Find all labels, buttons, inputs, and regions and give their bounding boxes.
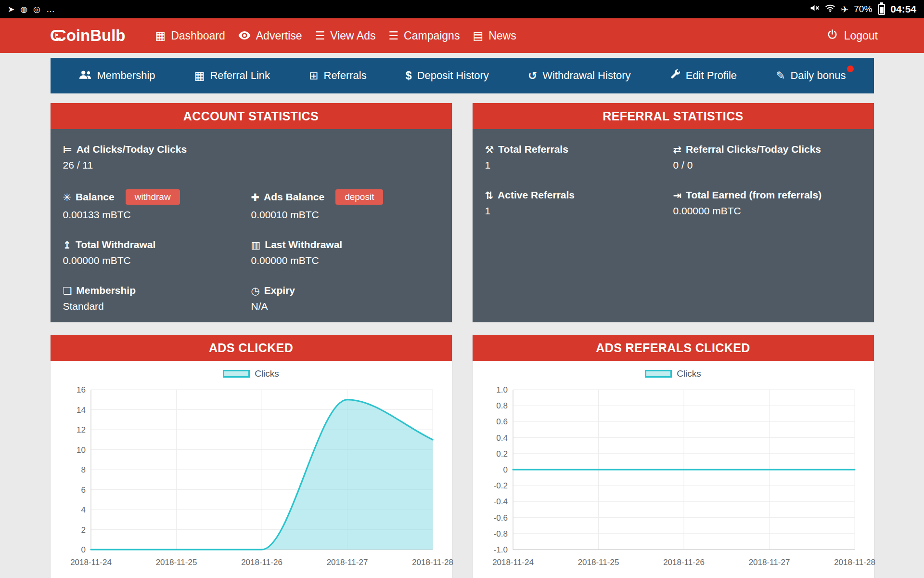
svg-text:0.6: 0.6 [496, 417, 508, 426]
svg-text:6: 6 [81, 486, 85, 495]
withdraw-button[interactable]: withdraw [126, 189, 180, 205]
nav-campaigns[interactable]: ☰ Campaigns [388, 29, 460, 42]
dashboard-content: ACCOUNT STATISTICS ⊨ Ad Clicks/Today Cli… [51, 103, 874, 578]
stat-label: Last Withdrawal [265, 239, 342, 250]
send-icon: ➤ [8, 5, 14, 13]
svg-text:1.0: 1.0 [496, 385, 508, 394]
svg-text:2018-11-24: 2018-11-24 [492, 558, 534, 567]
people-icon [78, 69, 92, 82]
svg-text:12: 12 [77, 425, 86, 434]
list-icon: ☰ [315, 30, 325, 41]
speaker-muted-icon [809, 3, 820, 15]
stat-value: 26 / 11 [63, 159, 251, 171]
stat-value: 0.00000 mBTC [63, 255, 251, 266]
subnav-item-membership[interactable]: Membership [78, 69, 155, 82]
svg-text:8: 8 [81, 465, 85, 474]
stat-value: 1 [485, 159, 673, 171]
stat-value: 0 / 0 [673, 159, 861, 171]
svg-text:2018-11-26: 2018-11-26 [663, 558, 705, 567]
ads-clicked-panel: ADS CLICKED Clicks 02468101214162018-11-… [51, 335, 452, 578]
deposit-button[interactable]: deposit [335, 189, 383, 205]
nav-news[interactable]: ▤ News [473, 29, 516, 42]
gift-icon: ❏ [63, 286, 72, 296]
ads-clicked-chart: 02468101214162018-11-242018-11-252018-11… [62, 383, 440, 572]
svg-text:0.4: 0.4 [496, 434, 508, 443]
bar-chart-icon: ▥ [251, 240, 261, 250]
subnav-item-deposit-history[interactable]: $ Deposit History [406, 69, 489, 82]
subnav-item-referrals[interactable]: ⊞ Referrals [309, 69, 367, 82]
airplane-mode-icon: ✈ [841, 5, 848, 14]
subnav-item-referral-link[interactable]: ▦ Referral Link [194, 69, 270, 82]
tools-icon: ⚒ [485, 144, 494, 155]
clock-time: 04:54 [890, 3, 916, 15]
nav-advertise[interactable]: Advertise [238, 29, 302, 42]
battery-percent: 70% [854, 4, 872, 14]
svg-text:0: 0 [81, 545, 85, 554]
svg-text:2018-11-25: 2018-11-25 [578, 558, 619, 567]
list-icon: ☰ [388, 30, 398, 41]
svg-text:-0.8: -0.8 [493, 529, 507, 539]
empty-cell [251, 144, 439, 171]
nav-dashboard[interactable]: ▦ Dashboard [155, 29, 225, 42]
ads-clicked-chart-body: Clicks 02468101214162018-11-242018-11-25… [51, 361, 452, 578]
chart-legend[interactable]: Clicks [62, 368, 440, 379]
stat-value: 0.00000 mBTC [251, 255, 439, 266]
subnav-item-edit-profile[interactable]: Edit Profile [670, 69, 737, 82]
svg-text:2018-11-27: 2018-11-27 [326, 558, 368, 567]
legend-label: Clicks [677, 368, 701, 379]
stat-label: Ads Balance [264, 191, 324, 203]
subnav-label: Daily bonus [790, 69, 846, 82]
grid-icon: ▦ [155, 30, 166, 41]
plus-icon: ✚ [251, 192, 260, 202]
snowflake-icon: ✳ [63, 192, 72, 202]
logout-button[interactable]: Logout [827, 29, 878, 43]
sign-in-icon: ⇥ [673, 190, 682, 200]
nav-label: Dashboard [171, 29, 225, 42]
chart-legend[interactable]: Clicks [484, 368, 862, 379]
nav-label: News [488, 29, 516, 42]
stat-active-referrals: ⇅ Active Referrals 1 [485, 189, 673, 217]
clock-icon: ◷ [251, 286, 260, 296]
ads-referals-clicked-chart: -1.0-0.8-0.6-0.4-0.200.20.40.60.81.02018… [484, 383, 862, 572]
battery-icon [878, 4, 885, 15]
svg-text:2018-11-25: 2018-11-25 [155, 558, 197, 567]
svg-text:-0.4: -0.4 [493, 497, 507, 506]
stat-label: Referral Clicks/Today Clicks [686, 144, 821, 155]
subnav-item-daily-bonus[interactable]: ✎ Daily bonus [776, 69, 846, 82]
coinbulb-logo[interactable]: CCoinBulb [50, 26, 125, 45]
stat-ad-clicks: ⊨ Ad Clicks/Today Clicks 26 / 11 [63, 144, 251, 171]
stat-referral-clicks: ⇄ Referral Clicks/Today Clicks 0 / 0 [673, 144, 861, 171]
subnav-label: Referral Link [210, 69, 270, 82]
pencil-icon: ✎ [776, 70, 785, 81]
stat-value: 1 [485, 205, 673, 217]
account-statistics-body: ⊨ Ad Clicks/Today Clicks 26 / 11 ✳ Balan… [51, 129, 452, 322]
subnav-label: Membership [97, 69, 155, 82]
svg-text:2018-11-28: 2018-11-28 [412, 558, 453, 567]
stat-label: Total Withdrawal [76, 239, 155, 250]
ads-referals-clicked-panel: ADS REFERALS CLICKED Clicks -1.0-0.8-0.6… [473, 335, 874, 578]
wifi-icon [825, 4, 835, 15]
subnav-label: Withdrawal History [542, 69, 630, 82]
legend-swatch [645, 370, 672, 378]
svg-text:14: 14 [77, 406, 86, 415]
svg-text:2018-11-24: 2018-11-24 [70, 558, 112, 567]
nav-view-ads[interactable]: ☰ View Ads [315, 29, 376, 42]
stat-label: Active Referrals [498, 189, 575, 201]
svg-text:2018-11-28: 2018-11-28 [834, 558, 875, 567]
svg-text:16: 16 [77, 385, 86, 394]
svg-text:0: 0 [503, 465, 507, 474]
stat-last-withdrawal: ▥ Last Withdrawal 0.00000 mBTC [251, 239, 439, 266]
ads-referals-clicked-title: ADS REFERALS CLICKED [473, 335, 874, 361]
svg-text:-0.6: -0.6 [493, 513, 507, 523]
stat-membership: ❏ Membership Standard [63, 285, 251, 312]
subnav-label: Referrals [324, 69, 367, 82]
grid-icon: ▦ [194, 70, 205, 81]
account-statistics-title: ACCOUNT STATISTICS [51, 103, 452, 129]
svg-text:-1.0: -1.0 [493, 545, 507, 554]
subnav-item-withdrawal-history[interactable]: ↺ Withdrawal History [528, 69, 631, 82]
stat-label: Balance [76, 191, 115, 203]
stat-value: 0.00133 mBTC [63, 209, 251, 221]
primary-navigation: ▦ Dashboard Advertise ☰ View Ads ☰ Campa… [155, 29, 516, 42]
stat-label: Total Referrals [498, 144, 568, 155]
legend-label: Clicks [255, 368, 279, 379]
